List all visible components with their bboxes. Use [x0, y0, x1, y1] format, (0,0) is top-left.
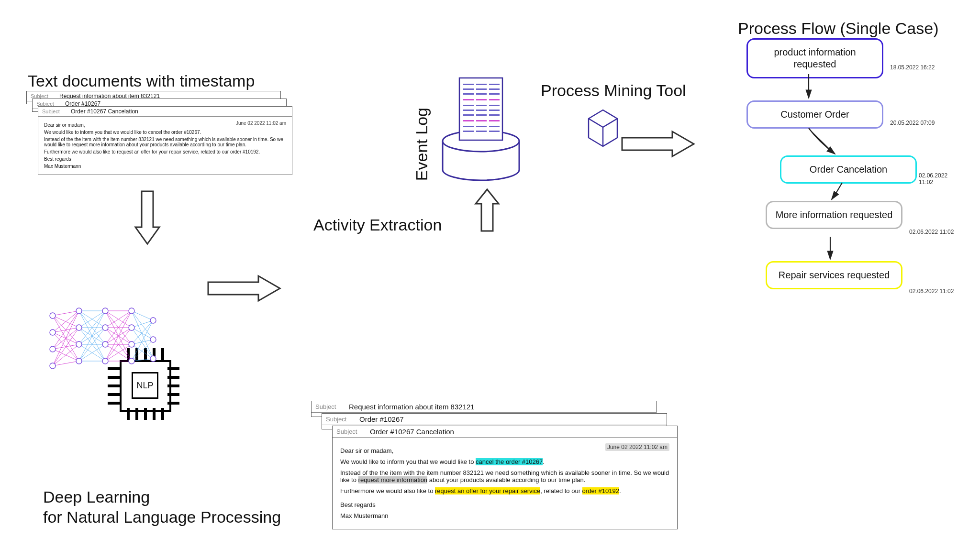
subject-label: Subject: [326, 416, 359, 423]
svg-rect-104: [489, 114, 500, 116]
svg-rect-94: [476, 99, 487, 100]
chip-label: NLP: [136, 381, 153, 391]
subject-label: Subject: [336, 428, 370, 435]
svg-rect-102: [463, 114, 474, 116]
svg-rect-98: [489, 105, 500, 106]
svg-point-79: [150, 356, 156, 362]
svg-point-77: [150, 318, 156, 323]
svg-rect-86: [489, 84, 500, 85]
svg-rect-105: [463, 120, 474, 121]
svg-rect-90: [463, 93, 474, 95]
arrow-up-icon: [474, 188, 501, 233]
svg-point-74: [129, 325, 134, 330]
svg-rect-89: [489, 88, 500, 90]
svg-rect-100: [476, 110, 487, 111]
svg-line-60: [132, 359, 153, 361]
title-event-log: Event Log: [412, 108, 431, 181]
arrow-down-icon: [133, 189, 162, 246]
svg-marker-81: [476, 189, 499, 231]
email-line: Max Mustermann: [44, 164, 286, 169]
email-line: Furthermore we would also like to reques…: [44, 149, 286, 154]
svg-rect-107: [489, 120, 500, 121]
title-activity-extraction: Activity Extraction: [313, 216, 442, 234]
neural-net-icon: [45, 306, 160, 373]
email-stack-input: SubjectRequest information about item 83…: [26, 91, 285, 187]
title-dl-2: for Natural Language Processing: [43, 508, 281, 527]
email-date: June 02 2022 11:02 am: [605, 443, 669, 451]
arrow-right-icon: [620, 129, 696, 159]
svg-point-62: [50, 329, 56, 335]
svg-point-71: [102, 341, 108, 347]
email-line: Best regards: [44, 156, 286, 162]
svg-line-59: [132, 340, 153, 361]
svg-line-9: [53, 311, 79, 349]
svg-marker-80: [208, 276, 280, 301]
svg-point-78: [150, 337, 156, 342]
svg-rect-92: [489, 93, 500, 95]
subject-label: Subject: [42, 109, 71, 114]
svg-rect-96: [463, 105, 474, 106]
highlight-grey: request more information: [358, 476, 428, 483]
email-line: Instead of the the item with the item nu…: [340, 469, 669, 483]
svg-rect-87: [463, 88, 474, 90]
email-line: Best regards: [340, 501, 669, 508]
svg-rect-99: [463, 110, 474, 111]
highlight-cyan: cancel the order #10267: [476, 458, 543, 465]
svg-point-76: [129, 358, 134, 364]
svg-point-61: [50, 313, 56, 318]
svg-rect-108: [463, 126, 474, 127]
email-subject: Order #10267: [359, 415, 404, 423]
svg-rect-97: [476, 105, 487, 106]
svg-rect-106: [476, 120, 487, 121]
highlight-yellow: request an offer for your repair service: [435, 487, 540, 494]
svg-point-69: [102, 308, 108, 314]
title-dl-1: Deep Learning: [43, 488, 150, 506]
svg-rect-109: [476, 126, 487, 127]
email-line: We would like to inform you that we woul…: [340, 458, 669, 465]
title-process-mining-tool: Process Mining Tool: [541, 81, 686, 100]
arrow-right-icon: [206, 274, 282, 303]
svg-line-5: [53, 311, 79, 332]
title-text-docs: Text documents with timestamp: [28, 72, 255, 90]
svg-rect-110: [489, 126, 500, 127]
email-date: June 02 2022 11:02 am: [236, 121, 286, 126]
svg-point-67: [76, 341, 82, 347]
svg-rect-88: [476, 88, 487, 90]
email-line: Furthermore we would also like to reques…: [340, 487, 669, 494]
event-log-icon: [433, 74, 529, 184]
svg-point-68: [76, 358, 82, 364]
svg-line-49: [132, 311, 153, 320]
svg-marker-0: [135, 191, 159, 244]
svg-line-16: [53, 361, 79, 366]
svg-marker-116: [622, 132, 694, 156]
title-process-flow: Process Flow (Single Case): [738, 19, 938, 38]
svg-point-72: [102, 358, 108, 364]
svg-line-56: [132, 340, 153, 344]
process-flow: product information requested 18.05.2022…: [732, 38, 962, 383]
svg-point-64: [50, 363, 56, 369]
svg-rect-93: [463, 99, 474, 100]
highlight-yellow: order #10192: [582, 487, 619, 494]
svg-line-13: [53, 311, 79, 366]
svg-rect-113: [489, 131, 500, 132]
email-subject: Order #10267 Cancelation: [370, 428, 454, 436]
svg-rect-84: [463, 84, 474, 85]
svg-rect-101: [489, 110, 500, 111]
subject-label: Subject: [315, 403, 349, 410]
email-line: Instead of the the item with the item nu…: [44, 137, 286, 147]
svg-line-53: [132, 328, 153, 340]
svg-rect-112: [476, 131, 487, 132]
svg-line-15: [53, 344, 79, 366]
cube-icon: [581, 104, 624, 147]
svg-point-75: [129, 341, 134, 347]
svg-point-65: [76, 308, 82, 314]
svg-rect-85: [476, 84, 487, 85]
svg-rect-111: [463, 131, 474, 132]
email-line: We would like to inform you that we woul…: [44, 130, 286, 135]
svg-line-1: [53, 311, 79, 316]
email-subject: Order #10267 Cancelation: [71, 108, 138, 115]
svg-rect-91: [476, 93, 487, 95]
email-subject: Request information about item 832121: [349, 403, 475, 411]
svg-rect-95: [489, 99, 500, 100]
svg-point-70: [102, 325, 108, 330]
